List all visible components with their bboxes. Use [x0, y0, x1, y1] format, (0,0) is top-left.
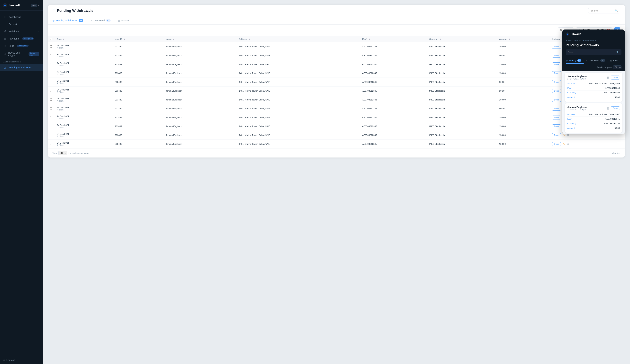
sidebar-item-payments[interactable]: ▤ Payments Coming soon: [0, 35, 43, 42]
tab-pending[interactable]: ◷ Pending Withdrawals 82: [52, 17, 86, 24]
coming-soon-badge: Coming soon: [28, 52, 40, 56]
tab-completed[interactable]: ✓ Completed 82: [90, 17, 114, 24]
done-button[interactable]: Done: [552, 80, 561, 84]
cell-date: 24 Dec 2021 4:20pm: [55, 122, 112, 131]
panel-tab-archived[interactable]: ▤ Archi...: [610, 57, 622, 64]
done-button[interactable]: Done: [552, 62, 561, 66]
row-checkbox[interactable]: [50, 99, 52, 101]
sidebar-close-button[interactable]: ←: [38, 4, 40, 6]
showing-label: showing: [612, 152, 620, 154]
archive-icon[interactable]: ▤: [607, 107, 610, 110]
tab-archived[interactable]: ▤ Archived: [118, 17, 134, 24]
logout-label: Log out: [6, 359, 14, 361]
done-button[interactable]: Done: [552, 89, 561, 93]
svg-point-1: [4, 4, 6, 6]
tab-bar: ◷ Pending Withdrawals 82 ✓ Completed 82 …: [48, 17, 625, 24]
cell-currency: fAED Stablecoin: [427, 104, 497, 113]
address-value: 1401, Marina Tower, Dubai, UAE: [589, 82, 620, 85]
sidebar-item-buy-sell-crypto[interactable]: ⇄ Buy & Sell Crypto Coming soon: [0, 49, 43, 59]
archive-icon[interactable]: ▤: [607, 76, 610, 79]
done-button[interactable]: Done: [552, 54, 561, 57]
row-checkbox[interactable]: [50, 143, 52, 145]
col-iban: IBAN ⇅: [360, 36, 427, 42]
done-button[interactable]: Done: [552, 45, 561, 49]
cell-user-id: 203489: [112, 51, 164, 60]
row-checkbox[interactable]: [50, 90, 52, 92]
page-title-icon: ◷: [52, 9, 55, 13]
sidebar-item-nfts[interactable]: ◎ NFTs Coming soon: [0, 42, 43, 49]
done-button[interactable]: Done: [552, 98, 561, 102]
panel-search-input[interactable]: [568, 51, 615, 54]
search-box[interactable]: 🔍: [588, 8, 620, 13]
search-input[interactable]: [590, 9, 614, 12]
panel-tab-bar: ◷ Pending 82 ✓ Completed 392 ▤ Archi...: [562, 57, 625, 64]
done-button[interactable]: Done: [552, 142, 561, 146]
panel-tab-pending[interactable]: ◷ Pending 82: [566, 57, 584, 64]
panel-tab-label: Pending: [568, 59, 576, 62]
cell-user-id: 203489: [112, 87, 164, 95]
logout-icon: ⎋: [3, 359, 5, 361]
col-name: Name ⇅: [164, 36, 236, 42]
logout-button[interactable]: ⎋ Log out: [3, 359, 40, 361]
done-button[interactable]: Done: [552, 133, 561, 137]
row-checkbox[interactable]: [50, 54, 52, 56]
row-checkbox[interactable]: [50, 45, 52, 47]
cell-currency: fAED Stablecoin: [427, 131, 497, 140]
done-button[interactable]: Done: [552, 124, 561, 128]
cell-amount: 50.00: [497, 78, 550, 87]
warning-icon[interactable]: ⚠: [562, 142, 565, 146]
cell-amount: 150.00: [497, 69, 550, 78]
iban-value: AE0703312345: [605, 118, 620, 120]
withdrawal-fields: Address 1401, Marina Tower, Dubai, UAE I…: [567, 81, 620, 99]
keyboard-shortcut: ⌘ H: [31, 4, 37, 7]
tab-count: 82: [106, 19, 110, 22]
currency-value: fAED Stablecoin: [604, 122, 620, 125]
sidebar-item-label: Pending Withdrawals: [8, 66, 32, 69]
withdrawal-actions: ▤ Done: [607, 76, 620, 79]
cell-amount: 150.00: [497, 60, 550, 69]
iban-label: IBAN: [567, 87, 572, 89]
sidebar-logo: Finvault: [2, 3, 20, 7]
sidebar-item-withdraw[interactable]: ↺ Withdraw ▾: [0, 28, 43, 35]
per-page-select[interactable]: 10 20 30 50: [58, 151, 67, 155]
done-button[interactable]: Done: [552, 71, 561, 75]
cell-amount: 150.00: [497, 113, 550, 122]
field-address: Address 1401, Marina Tower, Dubai, UAE: [567, 81, 620, 86]
sidebar-header-controls: ⌘ H ←: [31, 4, 40, 7]
col-date: Date ⇅: [55, 36, 112, 42]
row-checkbox[interactable]: [50, 116, 52, 118]
done-button[interactable]: Done: [552, 107, 561, 111]
cell-name: Jemma Eagleson: [164, 131, 236, 140]
cell-iban: AE0703312345: [360, 87, 427, 95]
results-per-page-select[interactable]: 30 50: [613, 65, 622, 69]
cell-date: 24 Dec 2021 4:20pm: [55, 87, 112, 95]
done-button[interactable]: Done: [611, 106, 620, 110]
panel-tab-completed[interactable]: ✓ Completed 392: [586, 57, 608, 64]
panel-menu-icon[interactable]: ☰: [618, 32, 622, 36]
dashboard-icon: ⊞: [3, 15, 6, 18]
panel-search[interactable]: 🔍: [566, 49, 622, 55]
sidebar-item-dashboard[interactable]: ⊞ Dashboard: [0, 13, 43, 20]
done-button[interactable]: Done: [552, 116, 561, 120]
row-checkbox[interactable]: [50, 134, 52, 136]
page-title: ◷ Pending Withdrawals: [52, 8, 93, 13]
sidebar-item-deposit[interactable]: ↓ Deposit: [0, 20, 43, 28]
results-per-page-label: Results per page: [597, 66, 612, 68]
row-checkbox[interactable]: [50, 72, 52, 74]
select-all-checkbox[interactable]: [50, 38, 52, 40]
field-iban: IBAN AE0703312345: [567, 86, 620, 90]
row-checkbox[interactable]: [50, 107, 52, 110]
cell-address: 1401, Marina Tower, Dubai, UAE: [236, 140, 360, 149]
sidebar-item-pending-withdrawals[interactable]: ◷ Pending Withdrawals: [0, 64, 43, 71]
row-checkbox[interactable]: [50, 125, 52, 127]
cell-name: Jemma Eagleson: [164, 42, 236, 51]
cell-name: Jemma Eagleson: [164, 51, 236, 60]
row-checkbox[interactable]: [50, 81, 52, 83]
row-checkbox[interactable]: [50, 63, 52, 65]
done-button[interactable]: Done: [611, 76, 620, 79]
withdrawal-name: Jemma Eagleson: [567, 75, 588, 78]
field-amount: Amount 50.00: [567, 126, 620, 130]
cell-iban: AE0703312345: [360, 140, 427, 149]
archive-icon[interactable]: ▤: [566, 142, 569, 146]
cell-currency: fAED Stablecoin: [427, 122, 497, 131]
